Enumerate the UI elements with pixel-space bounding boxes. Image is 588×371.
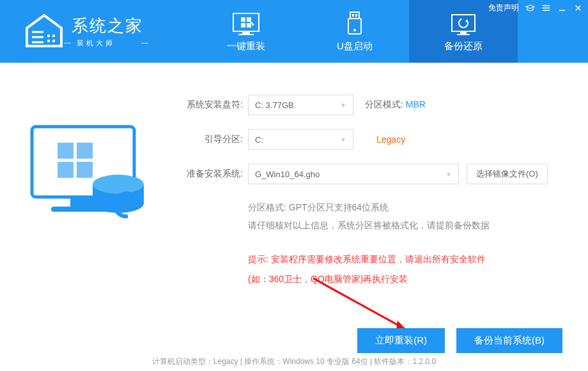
chevron-down-icon: ▼: [445, 171, 452, 178]
svg-rect-6: [238, 34, 254, 35]
tab-backup-label: 备份还原: [444, 40, 483, 52]
minimize-icon[interactable]: [557, 3, 567, 13]
close-icon[interactable]: [573, 3, 583, 13]
svg-rect-13: [352, 14, 354, 17]
svg-rect-4: [233, 13, 259, 31]
tab-reinstall-label: 一键重装: [227, 40, 265, 52]
drive-value: C: 3.77GB: [255, 100, 294, 110]
svg-rect-11: [350, 12, 359, 19]
backup-button[interactable]: 备份当前系统(B): [456, 328, 562, 353]
warning-line2: (如：360卫士，QQ电脑管家)再执行安装: [248, 269, 562, 289]
logo-subtitle: 装机大师: [72, 38, 143, 48]
partition-mode-value: MBR: [406, 99, 426, 109]
browse-button[interactable]: 选择镜像文件(O): [467, 164, 548, 184]
content-area: 系统安装盘符: C: 3.77GB ▼ 分区模式: MBR 引导分区: C: ▼…: [0, 63, 588, 302]
partition-mode-label: 分区模式:: [365, 99, 403, 109]
tab-usb[interactable]: U盘启动: [300, 0, 409, 63]
svg-point-15: [353, 29, 356, 31]
boot-type: Legacy: [376, 134, 405, 145]
svg-rect-3: [52, 40, 55, 42]
boot-label: 引导分区:: [179, 134, 243, 145]
drive-select[interactable]: C: 3.77GB ▼: [248, 95, 353, 115]
svg-rect-10: [247, 23, 251, 28]
svg-rect-9: [241, 23, 245, 28]
svg-rect-12: [348, 19, 361, 34]
svg-rect-16: [452, 15, 475, 31]
disclaimer-link[interactable]: 免责声明: [488, 3, 519, 13]
illustration: [26, 95, 166, 289]
svg-rect-0: [47, 35, 50, 37]
svg-point-29: [93, 175, 144, 194]
tab-reinstall[interactable]: 一键重装: [192, 0, 300, 63]
system-value: G_Win10_64.gho: [255, 170, 320, 179]
boot-select[interactable]: C: ▼: [248, 129, 353, 150]
chevron-down-icon: ▼: [340, 136, 346, 143]
status-bar: 计算机启动类型：Legacy | 操作系统：Windows 10 专业版 64位…: [0, 356, 588, 367]
logo-title: 系统之家: [72, 15, 143, 37]
svg-rect-1: [52, 35, 55, 37]
warning-block: 提示: 安装程序需要修改系统重要位置，请退出所有安全软件 (如：360卫士，QQ…: [248, 249, 562, 289]
chevron-down-icon: ▼: [340, 102, 346, 109]
backup-icon: [449, 11, 477, 36]
svg-rect-7: [241, 17, 245, 22]
svg-rect-24: [77, 143, 93, 159]
drive-label: 系统安装盘符:: [179, 99, 243, 111]
reinstall-button[interactable]: 立即重装(R): [357, 328, 445, 353]
form: 系统安装盘符: C: 3.77GB ▼ 分区模式: MBR 引导分区: C: ▼…: [166, 95, 562, 289]
house-logo-icon: [24, 14, 64, 49]
usb-icon: [341, 11, 369, 36]
info-line1: 分区格式: GPT分区只支持64位系统: [248, 198, 562, 216]
svg-rect-17: [460, 31, 467, 34]
svg-point-19: [459, 19, 468, 28]
info-block: 分区格式: GPT分区只支持64位系统 请仔细核对以上信息，系统分区将被格式化，…: [248, 198, 562, 234]
window-controls: 免责声明: [488, 3, 583, 13]
logo: 系统之家 装机大师: [0, 14, 192, 49]
tab-usb-label: U盘启动: [337, 40, 373, 52]
header: 系统之家 装机大师 一键重装 U盘启动 备份还原 免责声明: [0, 0, 588, 63]
warning-line1: 提示: 安装程序需要修改系统重要位置，请退出所有安全软件: [248, 249, 562, 269]
info-line2: 请仔细核对以上信息，系统分区将被格式化，请提前备份数据: [248, 216, 562, 234]
reinstall-icon: [232, 11, 260, 36]
svg-rect-2: [47, 40, 50, 42]
svg-rect-5: [242, 31, 250, 34]
action-bar: 立即重装(R) 备份当前系统(B): [357, 328, 562, 353]
svg-rect-18: [457, 34, 470, 35]
boot-value: C:: [255, 135, 263, 145]
graduation-icon[interactable]: [525, 3, 535, 13]
menu-icon[interactable]: [541, 3, 551, 13]
svg-rect-26: [77, 162, 93, 178]
svg-rect-25: [58, 162, 74, 178]
system-label: 准备安装系统:: [179, 168, 243, 180]
svg-rect-23: [58, 143, 74, 159]
system-select[interactable]: G_Win10_64.gho ▼: [248, 164, 459, 184]
svg-rect-14: [355, 14, 357, 17]
svg-rect-21: [70, 197, 96, 207]
